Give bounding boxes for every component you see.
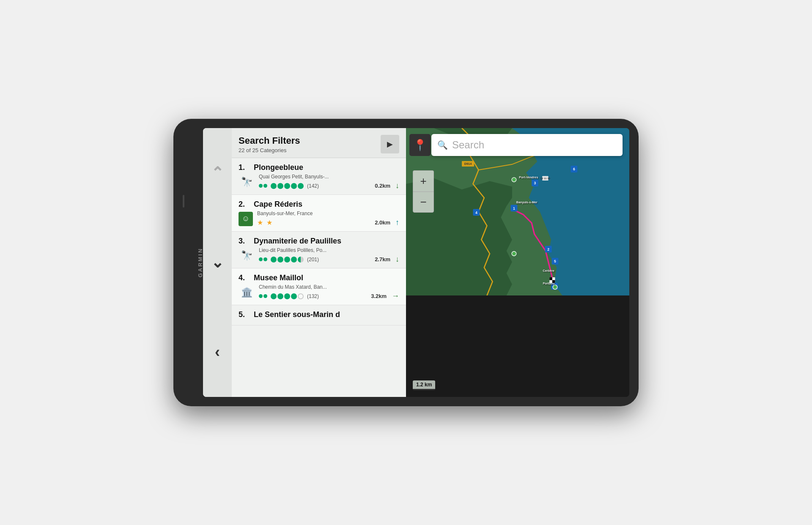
list-item[interactable]: 1. Plongeebleue 🔭 Quai Georges Petit, Ba… (232, 158, 406, 195)
zoom-in-button[interactable]: + (413, 170, 434, 191)
michelin-icon: ☺ (239, 212, 253, 226)
result-details: ☺ Banyuls-sur-Mer, France ★ ★ 2.0km ↑ (239, 211, 399, 227)
rating-row: (142) 0.2km ↓ (259, 181, 399, 190)
rating-row: ★ ★ 2.0km ↑ (257, 218, 399, 227)
map-controls: + − (413, 170, 434, 213)
svg-rect-28 (552, 280, 555, 283)
svg-point-16 (512, 252, 516, 256)
svg-text:5: 5 (554, 259, 556, 263)
svg-text:D914: D914 (464, 162, 472, 166)
circle-1 (271, 257, 277, 262)
svg-text:2: 2 (547, 247, 549, 252)
result-header: 3. Dynamiterie de Paulilles (239, 237, 399, 246)
result-header: 2. Cape Réderis (239, 200, 399, 209)
rating-row: (132) 3.2km → (259, 292, 399, 301)
tripadvisor-icon (259, 183, 267, 189)
left-panel: ⌃ ⌄ ‹ Search Filters 22 of 25 Categories… (203, 128, 406, 397)
result-name: Musee Maillol (254, 273, 303, 282)
rating-row: (201) 2.7km ↓ (259, 255, 399, 264)
map-scale: 1.2 km (413, 380, 435, 390)
circle-4 (291, 257, 297, 262)
svg-text:Cerbère: Cerbère (543, 269, 554, 273)
result-number: 2. (239, 200, 250, 209)
location-pin-icon: 📍 (413, 139, 427, 152)
forward-icon: ▶ (387, 139, 393, 149)
rating-circles (271, 183, 304, 189)
tripadvisor-icon (259, 257, 267, 262)
result-sub: Banyuls-sur-Mer, France ★ ★ 2.0km ↑ (257, 211, 399, 227)
circle-3 (284, 293, 290, 299)
circle-2 (277, 257, 283, 262)
circle-5 (298, 183, 304, 189)
result-number: 5. (239, 310, 250, 319)
star-1: ★ (257, 219, 263, 227)
star-2: ★ (266, 219, 272, 227)
circle-2 (277, 183, 283, 189)
result-details: 🔭 Quai Georges Petit, Banyuls-... (239, 174, 399, 190)
brand-label: GARMIN (197, 248, 203, 278)
circle-4 (291, 293, 297, 299)
header-forward-button[interactable]: ▶ (381, 135, 399, 153)
header-title: Search Filters (239, 135, 381, 146)
circle-4 (291, 183, 297, 189)
result-header: 5. Le Sentier sous-Marin d (239, 310, 399, 319)
header-text: Search Filters 22 of 25 Categories (239, 135, 381, 153)
result-address: Banyuls-sur-Mer, France (257, 211, 399, 216)
svg-text:1: 1 (513, 206, 515, 211)
binoculars-icon: 🔭 (239, 248, 255, 264)
screen: ⌃ ⌄ ‹ Search Filters 22 of 25 Categories… (203, 128, 629, 397)
side-button[interactable] (183, 195, 184, 208)
museum-icon: 🏛️ (239, 284, 255, 301)
distance: 0.2km (375, 183, 390, 189)
back-arrow[interactable]: ‹ (215, 345, 220, 360)
nav-arrows: ⌃ ⌄ ‹ (203, 128, 232, 397)
direction-arrow: ↓ (395, 181, 399, 190)
results-list: 1. Plongeebleue 🔭 Quai Georges Petit, Ba… (232, 158, 406, 397)
scroll-up-arrow[interactable]: ⌃ (211, 165, 224, 180)
circle-half (298, 257, 304, 262)
direction-arrow: ↑ (395, 218, 399, 227)
zoom-out-button[interactable]: − (413, 191, 434, 213)
distance: 2.0km (375, 219, 390, 226)
svg-text:Port-Vendres: Port-Vendres (519, 175, 538, 179)
circle-3 (284, 257, 290, 262)
svg-point-15 (512, 178, 516, 182)
map-location-button[interactable]: 📍 (409, 134, 431, 156)
scroll-down-arrow[interactable]: ⌄ (211, 255, 224, 270)
circle-1 (271, 183, 277, 189)
result-name: Dynamiterie de Paulilles (254, 237, 341, 246)
rating-circles (271, 257, 304, 262)
rating-circles (271, 293, 304, 299)
result-name: Cape Réderis (254, 200, 302, 209)
rating-count: (142) (307, 183, 319, 189)
list-item[interactable]: 3. Dynamiterie de Paulilles 🔭 Lieu-dit P… (232, 232, 406, 268)
result-sub: Lieu-dit Paulilles Polilles, Po... (259, 247, 399, 264)
circle-3 (284, 183, 290, 189)
svg-text:12 11 10: 12 11 10 (540, 177, 551, 180)
result-header: 4. Musee Maillol (239, 273, 399, 282)
map-panel: 1 2 3 4 5 6 8 Port-Vendres Banyuls- (406, 128, 629, 397)
rating-count: (201) (307, 257, 319, 262)
circle-1 (271, 293, 277, 299)
svg-text:6: 6 (573, 167, 575, 171)
result-sub: Quai Georges Petit, Banyuls-... (259, 174, 399, 190)
result-details: 🏛️ Chemin du Mas Xatard, Ban... (239, 284, 399, 301)
result-number: 1. (239, 163, 250, 172)
svg-text:3: 3 (534, 181, 536, 185)
svg-text:Banyuls-s-Mer: Banyuls-s-Mer (516, 200, 538, 204)
circle-empty (298, 293, 304, 299)
map-search-bar[interactable]: 🔍 Search (431, 134, 623, 156)
result-address: Quai Georges Petit, Banyuls-... (259, 174, 399, 180)
search-filters-header: Search Filters 22 of 25 Categories ▶ (232, 128, 406, 158)
binoculars-icon: 🔭 (239, 174, 255, 190)
svg-rect-27 (549, 277, 552, 280)
list-item[interactable]: 2. Cape Réderis ☺ Banyuls-sur-Mer, Franc… (232, 195, 406, 232)
header-subtitle: 22 of 25 Categories (239, 147, 381, 153)
list-item[interactable]: 4. Musee Maillol 🏛️ Chemin du Mas Xatard… (232, 268, 406, 305)
result-name: Plongeebleue (254, 163, 303, 172)
tripadvisor-icon (259, 293, 267, 299)
result-number: 4. (239, 273, 250, 282)
search-icon: 🔍 (437, 140, 448, 150)
content-area: Search Filters 22 of 25 Categories ▶ 1. … (232, 128, 406, 397)
list-item[interactable]: 5. Le Sentier sous-Marin d (232, 305, 406, 325)
